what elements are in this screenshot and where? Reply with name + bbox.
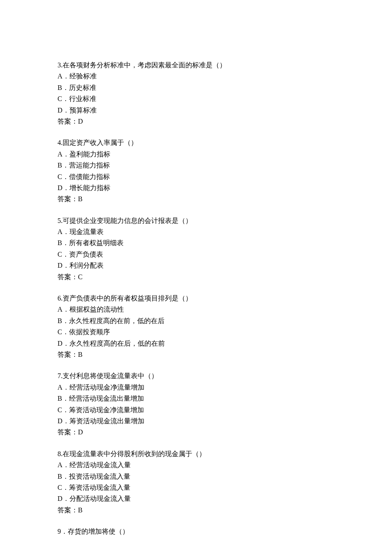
question-block: 7.支付利息将使现金流量表中（）A．经营活动现金净流量增加B．经营活动现金流出量… — [58, 370, 334, 438]
option-line: D．分配活动现金流入量 — [58, 493, 334, 504]
question-block: 3.在各项财务分析标准中，考虑因素最全面的标准是（）A．经验标准B．历史标准C．… — [58, 60, 334, 127]
answer-line: 答案：B — [58, 349, 334, 360]
option-line: C．依据投资顺序 — [58, 327, 334, 338]
answer-line: 答案：D — [58, 116, 334, 127]
question-text: 5.可提供企业变现能力信息的会计报表是（） — [58, 215, 334, 226]
option-line: C．行业标准 — [58, 93, 334, 104]
answer-line: 答案：C — [58, 272, 334, 283]
option-line: C．偿债能力指标 — [58, 171, 334, 182]
question-text: 8.在现金流量表中分得股利所收到的现金属于（） — [58, 448, 334, 460]
option-line: A．根据权益的流动性 — [58, 304, 334, 315]
answer-line: 答案：B — [58, 505, 334, 516]
option-line: D．增长能力指标 — [58, 182, 334, 194]
question-block: 5.可提供企业变现能力信息的会计报表是（）A．现金流量表B．所有者权益明细表C．… — [58, 215, 334, 283]
question-text: 6.资产负债表中的所有者权益项目排列是（） — [58, 293, 334, 304]
document-content: 3.在各项财务分析标准中，考虑因素最全面的标准是（）A．经验标准B．历史标准C．… — [58, 60, 334, 537]
option-line: A．现金流量表 — [58, 226, 334, 237]
option-line: C．资产负债表 — [58, 249, 334, 260]
option-line: B．所有者权益明细表 — [58, 237, 334, 249]
option-line: B．经营活动现金流出量增加 — [58, 393, 334, 404]
option-line: A．经营活动现金流入量 — [58, 460, 334, 471]
option-line: B．永久性程度高的在前，低的在后 — [58, 315, 334, 327]
answer-line: 答案：B — [58, 194, 334, 205]
question-block: 4.固定资产收入率属于（）A．盈利能力指标B．营运能力指标C．偿债能力指标D．增… — [58, 137, 334, 205]
option-line: D．预算标准 — [58, 105, 334, 116]
option-line: A．经验标准 — [58, 71, 334, 82]
question-block: 9．存货的增加将使（） — [58, 526, 334, 537]
option-line: C．筹资活动现金流入量 — [58, 482, 334, 493]
option-line: B．营运能力指标 — [58, 160, 334, 171]
answer-line: 答案：D — [58, 427, 334, 438]
question-text: 3.在各项财务分析标准中，考虑因素最全面的标准是（） — [58, 60, 334, 71]
option-line: D．永久性程度高的在后，低的在前 — [58, 338, 334, 349]
option-line: B．投资活动现金流入量 — [58, 471, 334, 482]
option-line: A．经营活动现金净流量增加 — [58, 382, 334, 393]
question-block: 6.资产负债表中的所有者权益项目排列是（）A．根据权益的流动性B．永久性程度高的… — [58, 293, 334, 360]
question-text: 9．存货的增加将使（） — [58, 526, 334, 537]
question-text: 4.固定资产收入率属于（） — [58, 137, 334, 148]
question-block: 8.在现金流量表中分得股利所收到的现金属于（）A．经营活动现金流入量B．投资活动… — [58, 448, 334, 516]
option-line: D．利润分配表 — [58, 260, 334, 271]
option-line: A．盈利能力指标 — [58, 149, 334, 160]
option-line: B．历史标准 — [58, 82, 334, 93]
question-text: 7.支付利息将使现金流量表中（） — [58, 370, 334, 382]
option-line: D．筹资活动现金流出量增加 — [58, 416, 334, 427]
option-line: C．筹资活动现金净流量增加 — [58, 405, 334, 416]
